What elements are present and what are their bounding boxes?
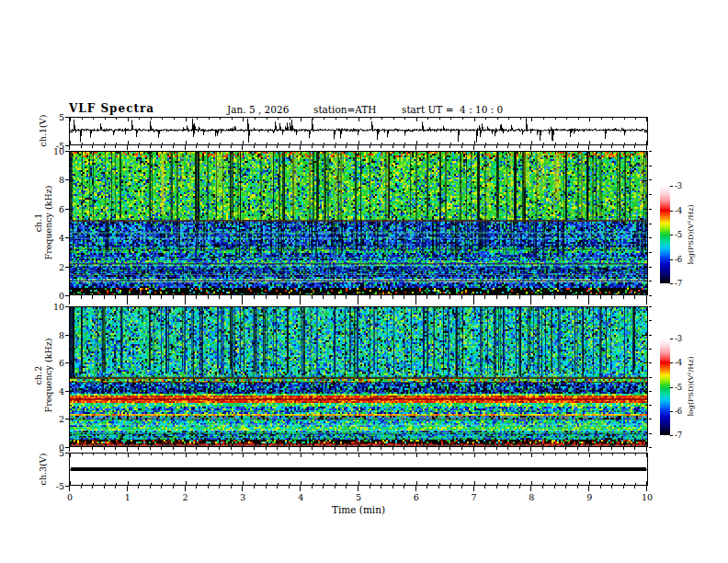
y-tick-mark-right — [649, 295, 652, 296]
colorbar-tick-mark — [670, 387, 673, 388]
y-tick-mark-right — [649, 349, 652, 350]
colorbar-tick-mark — [670, 411, 673, 412]
y-tick-mark-right — [649, 209, 652, 210]
figure-title: VLF Spectra — [69, 102, 154, 115]
x-tick-label: 9 — [586, 492, 592, 502]
y-tick-mark — [65, 295, 69, 296]
x-major-ticks — [69, 486, 647, 491]
ch1-voltage-waveform — [70, 118, 647, 144]
colorbar-tick-label: -5 — [675, 384, 682, 391]
colorbar-tick-label: -5 — [675, 231, 682, 238]
colorbar-tick-label: -7 — [675, 280, 682, 287]
colorbar-2-label: log(PSD)(V²/Hz) — [687, 356, 695, 416]
y-tick-mark — [65, 419, 69, 419]
y-tick-mark-right — [649, 267, 652, 268]
y-tick-label: 6 — [35, 359, 64, 367]
ch2-spectrogram-panel — [69, 306, 648, 447]
y-tick-mark-right — [649, 306, 652, 307]
time-axis-label: Time (min) — [332, 504, 385, 515]
y-tick-label: 8 — [35, 176, 64, 184]
y-tick-mark — [65, 447, 69, 448]
y-tick-mark — [65, 306, 69, 307]
y-tick-mark-right — [649, 151, 652, 152]
y-tick-mark-right — [649, 447, 652, 448]
ch2-spectrogram-axis-title-line2: Frequency (kHz) — [43, 339, 53, 413]
x-tick-label: 7 — [472, 492, 477, 502]
colorbar-tick-mark — [670, 186, 673, 187]
colorbar-tick-mark — [670, 235, 673, 236]
y-tick-label: 10 — [35, 303, 64, 311]
start-ut-label: start UT = 4 : 10 : 0 — [402, 104, 503, 115]
colorbar-tick-label: -3 — [675, 335, 682, 342]
y-tick-mark-right — [649, 335, 652, 336]
y-tick-mark — [65, 237, 69, 238]
y-tick-label: 4 — [35, 386, 64, 395]
x-tick-label: 4 — [298, 492, 303, 502]
ch1-voltage-panel — [69, 117, 648, 145]
x-tick-label: 3 — [240, 492, 245, 502]
ch2-spectrogram-axis-title: ch.2 Frequency (kHz) — [33, 339, 53, 413]
y-tick-mark-right — [649, 252, 652, 253]
ch1-spectrogram-axis-title-line1: ch.1 — [33, 186, 43, 260]
x-major-ticks — [69, 295, 647, 304]
y-tick-label: 0 — [35, 292, 64, 300]
colorbar-tick-label: -6 — [675, 408, 682, 415]
y-tick-mark — [65, 267, 69, 268]
y-tick-mark — [65, 391, 69, 392]
x-tick-label: 5 — [356, 492, 361, 502]
colorbar-1 — [660, 186, 670, 283]
colorbar-tick-label: -6 — [675, 256, 682, 263]
x-tick-label: 8 — [529, 492, 534, 502]
y-tick-mark-right — [649, 405, 652, 406]
ch3-voltage-panel — [69, 453, 648, 486]
x-major-ticks — [69, 145, 647, 150]
ch1-spectrogram-panel — [69, 151, 648, 295]
y-tick-mark — [65, 362, 69, 363]
x-major-ticks — [69, 447, 647, 452]
y-tick-mark — [65, 151, 69, 152]
y-tick-mark-right — [649, 377, 652, 378]
ch3-voltage-trace — [70, 454, 647, 485]
x-tick-label: 2 — [183, 492, 188, 502]
y-tick-mark-right — [649, 281, 652, 282]
ch2-spectrogram-axis-title-line1: ch.2 — [33, 339, 43, 413]
colorbar-tick-label: -3 — [675, 182, 682, 190]
station-label: station=ATH — [313, 104, 377, 115]
y-tick-mark-right — [649, 320, 652, 321]
ch1-spectrogram — [70, 152, 647, 294]
y-tick-label: 5 — [35, 113, 64, 121]
y-tick-mark-right — [649, 362, 652, 363]
y-tick-mark — [65, 453, 69, 454]
y-tick-label: 5 — [35, 449, 64, 457]
colorbar-tick-mark — [670, 362, 673, 363]
colorbar-tick-label: -7 — [675, 431, 682, 439]
ch3-voltage-axis-title: ch.3(V) — [38, 454, 48, 486]
y-tick-label: 2 — [35, 415, 64, 423]
x-tick-label: 6 — [414, 492, 419, 502]
y-tick-mark — [65, 117, 69, 118]
colorbar-tick-mark — [670, 211, 673, 212]
vlf-spectra-figure: VLF Spectra Jan. 5 , 2026 station=ATH st… — [0, 0, 728, 563]
y-tick-label: -5 — [35, 482, 64, 490]
y-tick-label: 10 — [35, 147, 64, 155]
y-tick-mark — [65, 209, 69, 210]
colorbar-tick-mark — [670, 339, 673, 339]
y-tick-label: 2 — [35, 262, 64, 270]
x-tick-label: 0 — [67, 492, 73, 502]
colorbar-tick-label: -4 — [675, 207, 682, 214]
y-tick-label: 8 — [35, 330, 64, 339]
y-tick-mark-right — [649, 166, 652, 167]
colorbar-2 — [660, 339, 670, 435]
y-tick-mark-right — [649, 194, 652, 195]
y-tick-mark-right — [649, 224, 652, 224]
colorbar-tick-mark — [670, 259, 673, 260]
figure-date: Jan. 5 , 2026 — [227, 104, 289, 115]
y-tick-mark — [65, 335, 69, 336]
colorbar-tick-mark — [670, 283, 673, 284]
y-tick-label: 4 — [35, 234, 64, 242]
colorbar-tick-label: -4 — [675, 359, 682, 366]
colorbar-tick-mark — [670, 435, 673, 436]
ch1-spectrogram-axis-title: ch.1 Frequency (kHz) — [33, 186, 53, 260]
y-tick-mark — [65, 486, 69, 487]
y-tick-mark — [65, 179, 69, 180]
